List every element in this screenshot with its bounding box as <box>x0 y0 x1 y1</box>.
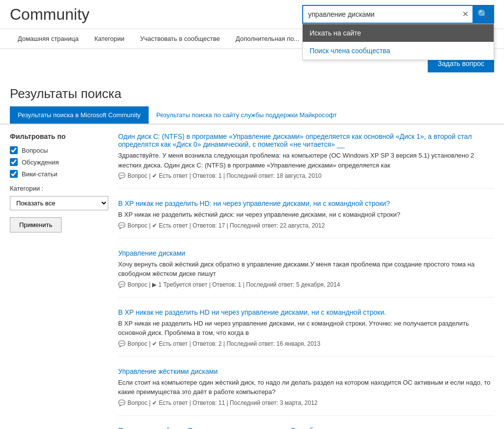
filter-discussions: Обсуждения <box>10 158 108 166</box>
search-dropdown: Искать на сайте Поиск члена сообщества <box>302 24 494 60</box>
result-item: В ХР никак не разделить HD: ни через упр… <box>118 199 494 238</box>
page-title: Результаты поиска <box>0 78 504 106</box>
header: Community ✕ 🔍 Искать на сайте Поиск член… <box>0 0 504 29</box>
search-box: ✕ 🔍 <box>302 5 494 24</box>
result-desc: В ХР никак не разделить HD ни через упра… <box>118 319 494 338</box>
result-item: Управление жёсткими дисками Если стоит н… <box>118 367 494 416</box>
result-item: Один диск С: (NTFS) в программе «Управле… <box>118 132 494 189</box>
nav-participate[interactable]: Участвовать в сообществе <box>132 29 228 48</box>
search-clear-button[interactable]: ✕ <box>458 8 472 20</box>
filter-discussions-label: Обсуждения <box>22 159 59 166</box>
categories-label: Категории : <box>10 185 108 192</box>
categories-select[interactable]: Показать все <box>10 196 108 210</box>
result-meta-text: Вопрос | ✔ Есть ответ | Ответов: 11 | По… <box>127 399 317 406</box>
result-meta: 💬 Вопрос | ✔ Есть ответ | Ответов: 11 | … <box>118 399 494 406</box>
result-title[interactable]: В ХР никак не разделить HD ни через упра… <box>118 308 386 316</box>
comment-icon: 💬 <box>118 281 126 288</box>
filter-wiki: Вики-статьи <box>10 170 108 178</box>
main-content: Фильтровать по Вопросы Обсуждения Вики-с… <box>0 125 504 429</box>
result-meta-text: Вопрос | ▶ 1 Требуется ответ | Ответов: … <box>127 281 340 288</box>
result-title[interactable]: Управление жёсткими дисками <box>118 367 218 375</box>
result-title[interactable]: Один диск С: (NTFS) в программе «Управле… <box>118 132 472 148</box>
result-meta: 💬 Вопрос | ✔ Есть ответ | Ответов: 1 | П… <box>118 172 494 179</box>
result-meta-text: Вопрос | ✔ Есть ответ | Ответов: 1 | Пос… <box>127 172 321 179</box>
tab-community[interactable]: Результаты поиска в Microsoft Community <box>10 106 149 124</box>
nav-more[interactable]: Дополнительная по... <box>228 29 307 48</box>
filter-questions-checkbox[interactable] <box>10 146 18 154</box>
result-item: В ХР никак не разделить HD ни через упра… <box>118 308 494 357</box>
result-meta: 💬 Вопрос | ✔ Есть ответ | Ответов: 2 | П… <box>118 340 494 347</box>
result-desc: Хочу вернуть свой жёсткий диск обратно в… <box>118 260 494 279</box>
search-submit-button[interactable]: 🔍 <box>472 6 493 23</box>
result-title[interactable]: Управление дисками <box>118 249 185 257</box>
result-meta-text: Вопрос | ✔ Есть ответ | Ответов: 17 | По… <box>127 222 325 229</box>
filter-questions-label: Вопросы <box>22 147 48 154</box>
search-member-option[interactable]: Поиск члена сообщества <box>303 42 494 60</box>
comment-icon: 💬 <box>118 222 126 229</box>
apply-filter-button[interactable]: Применить <box>10 217 62 232</box>
filter-wiki-label: Вики-статьи <box>22 170 57 178</box>
result-meta: 💬 Вопрос | ✔ Есть ответ | Ответов: 17 | … <box>118 222 494 229</box>
search-site-option[interactable]: Искать на сайте <box>303 24 494 42</box>
results-list: Один диск С: (NTFS) в программе «Управле… <box>118 132 494 429</box>
result-desc: Здравствуйте. У меня возникла следующая … <box>118 151 494 170</box>
comment-icon: 💬 <box>118 399 126 406</box>
search-container: ✕ 🔍 Искать на сайте Поиск члена сообщест… <box>302 5 494 24</box>
result-title[interactable]: Пропал жесткий диск D а в управлении дис… <box>118 427 328 429</box>
result-item: Управление дисками Хочу вернуть свой жёс… <box>118 249 494 297</box>
search-input[interactable] <box>303 7 458 21</box>
site-title: Community <box>10 5 90 24</box>
result-meta: 💬 Вопрос | ▶ 1 Требуется ответ | Ответов… <box>118 281 494 288</box>
nav-home[interactable]: Домашняя страница <box>10 29 87 48</box>
tab-support[interactable]: Результаты поиска по сайту службы поддер… <box>149 106 345 124</box>
result-meta-text: Вопрос | ✔ Есть ответ | Ответов: 2 | Пос… <box>127 340 320 347</box>
filter-questions: Вопросы <box>10 146 108 154</box>
sidebar-filter: Фильтровать по Вопросы Обсуждения Вики-с… <box>10 132 108 429</box>
comment-icon: 💬 <box>118 172 126 179</box>
filter-title: Фильтровать по <box>10 132 108 140</box>
search-tabs: Результаты поиска в Microsoft Community … <box>0 106 504 125</box>
filter-discussions-checkbox[interactable] <box>10 158 18 166</box>
result-desc: В ХР никак не разделить жёсткий диск: ни… <box>118 210 494 220</box>
filter-wiki-checkbox[interactable] <box>10 170 18 178</box>
comment-icon: 💬 <box>118 340 126 347</box>
result-title[interactable]: В ХР никак не разделить HD: ни через упр… <box>118 199 390 207</box>
result-desc: Если стоит на компьютере один жёсткий ди… <box>118 378 494 397</box>
nav-categories[interactable]: Категории <box>87 29 132 48</box>
result-item: Пропал жесткий диск D а в управлении дис… <box>118 427 494 429</box>
